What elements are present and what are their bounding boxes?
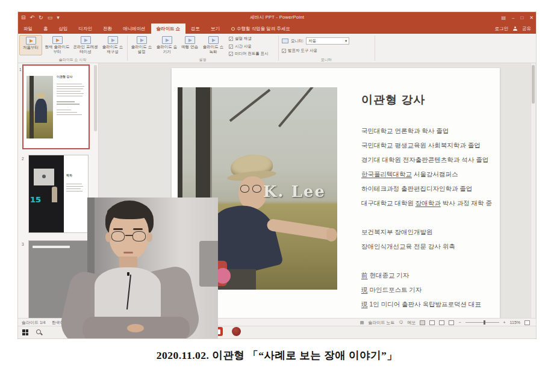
thumb2-text-lines	[66, 182, 84, 191]
thumb2-stage-text: 15	[30, 195, 41, 204]
zoom-out-button[interactable]: −	[458, 320, 461, 325]
from-current-button[interactable]: 현재 슬라이드부터	[43, 35, 71, 55]
editor-scrollbar[interactable]	[531, 63, 535, 318]
tab-design[interactable]: 디자인	[73, 23, 98, 34]
comments-toggle[interactable]: 메모	[407, 320, 416, 326]
restore-icon[interactable]: □	[520, 15, 523, 20]
fit-to-window-button[interactable]	[524, 320, 530, 325]
notes-toggle[interactable]: 슬라이드 노트	[368, 320, 394, 326]
photo-roof-strut	[278, 87, 316, 128]
tab-insert[interactable]: 삽입	[54, 23, 73, 34]
minimize-icon[interactable]: –	[512, 15, 514, 20]
profile-line: 경기대 대학원 전자출판콘텐츠학과 석사 졸업	[361, 152, 495, 167]
slide-canvas[interactable]: K. Lee 이관형 강사 국민대학교 언론학과 학사 졸업 국민대학교 평생교…	[172, 68, 500, 318]
thumb2-speaker	[52, 187, 57, 202]
start-button[interactable]	[22, 329, 28, 335]
notes-icon: ▤	[360, 320, 364, 325]
thumb2-toc-title: 목차	[66, 173, 72, 177]
ribbon-separator	[375, 36, 375, 61]
share-button[interactable]: 공유	[522, 23, 531, 34]
group-label-setup: 설정	[127, 57, 278, 63]
zoom-in-button[interactable]: +	[503, 320, 506, 325]
profile-line: 하이테크과정 출판편집디자인학과 졸업	[361, 181, 495, 196]
tab-transitions[interactable]: 전환	[98, 23, 117, 34]
profile-line: 대구대학교 대학원 장애학과 박사 과정 재학 중	[361, 196, 495, 210]
profile-line: 국민대학교 언론학과 학사 졸업	[361, 123, 495, 138]
tellme-box[interactable]: 수행할 작업을 알려 주세요	[225, 23, 296, 34]
tab-home[interactable]: 홈	[38, 23, 54, 34]
photo-glasses-left	[240, 185, 249, 193]
share-person-icon	[513, 26, 517, 31]
spacer	[361, 254, 495, 268]
slide-title: 이관형 강사	[361, 92, 425, 108]
thumb1-text-lines	[57, 82, 84, 115]
checkbox-checked-icon: ✓	[229, 37, 233, 41]
checkbox-checked-icon: ✓	[229, 52, 233, 56]
photo-glasses-right	[252, 185, 261, 193]
slideshow-view-button[interactable]	[449, 320, 454, 325]
show-media-controls-checkbox[interactable]: ✓ 미디어 컨트롤 표시	[229, 51, 269, 57]
use-timings-checkbox[interactable]: ✓ 시간 사용	[229, 44, 269, 49]
rehearse-timings-button[interactable]: 예행 연습	[180, 35, 199, 55]
presenter-hands	[127, 324, 144, 332]
zoom-slider-thumb[interactable]	[484, 320, 485, 325]
photo-hand	[326, 228, 337, 241]
tab-view[interactable]: 보기	[205, 23, 225, 34]
normal-view-button[interactable]	[420, 320, 425, 325]
thumb2-logo	[42, 175, 46, 178]
tab-slideshow[interactable]: 슬라이드 쇼	[151, 23, 186, 34]
profile-line: 국민대학교 평생교육원 사회복지학과 졸업	[361, 138, 495, 152]
ribbon-tab-bar: 파일 홈 삽입 디자인 전환 애니메이션 슬라이드 쇼 검토 보기 수행할 작업…	[18, 23, 536, 34]
group-label-start: 슬라이드 쇼 시작	[18, 57, 127, 63]
monitor-dropdown[interactable]: 자동 ▾	[306, 37, 349, 45]
thumb1-person	[35, 99, 47, 123]
thumb1-hat	[36, 93, 46, 98]
reading-view-button[interactable]	[439, 320, 444, 325]
comments-icon: 🗨	[399, 320, 403, 325]
zoom-slider[interactable]	[465, 322, 499, 323]
thumbnail-slide-1[interactable]: 이관형 강사	[24, 66, 88, 148]
setup-slideshow-button[interactable]: 슬라이드 쇼 설정	[129, 35, 154, 55]
slideshow-play-icon	[26, 37, 36, 45]
image-caption: 2020.11.02. 이관형 「“사례로 보는 장애 이야기”」	[0, 348, 554, 362]
profile-line: 前 현대종교 기자	[361, 268, 495, 282]
setup-slideshow-icon	[137, 36, 147, 44]
zoom-level[interactable]: 115%	[510, 320, 520, 325]
tab-file[interactable]: 파일	[18, 23, 38, 34]
slide-sorter-view-button[interactable]	[429, 320, 435, 325]
presenter-eyebrow-left	[113, 228, 123, 230]
from-start-button[interactable]: 처음부터	[19, 35, 42, 55]
presenter-eyebrow-right	[133, 228, 143, 230]
search-icon[interactable]	[36, 329, 41, 334]
thumbnail-scrollbar[interactable]	[94, 65, 97, 131]
hide-slide-button[interactable]: 슬라이드 숨기기	[155, 35, 179, 55]
tellme-label: 수행할 작업을 알려 주세요	[237, 23, 290, 34]
profile-text-block: 국민대학교 언론학과 학사 졸업 국민대학교 평생교육원 사회복지학과 졸업 경…	[361, 123, 495, 311]
editor-scrollbar-thumb[interactable]	[532, 65, 535, 104]
thumbnail-number-3: 3	[22, 242, 24, 246]
photo-watermark: K. Lee	[263, 182, 326, 201]
profile-line: 장애인식개선교육 전문 강사 위촉	[361, 239, 495, 254]
tab-animations[interactable]: 애니메이션	[117, 23, 151, 34]
window-title: 세바시 PPT - PowerPoint	[18, 12, 536, 23]
checkbox-checked-icon: ✓	[229, 45, 233, 49]
use-presenter-view-checkbox[interactable]: ✓ 발표자 도구 사용	[282, 48, 317, 54]
ribbon-slideshow-group: 처음부터 현재 슬라이드부터 온라인 프레젠테이션 슬라이드 쇼 재구성 슬라이…	[18, 34, 536, 63]
custom-slideshow-button[interactable]: 슬라이드 쇼 재구성	[100, 35, 125, 55]
thumbnail-number-2: 2	[22, 157, 24, 161]
play-narrations-checkbox[interactable]: ✓ 설명 재생	[229, 36, 269, 42]
ribbon-display-options-icon[interactable]: ▤	[501, 15, 506, 20]
thumb1-title: 이관형 강사	[57, 75, 72, 78]
tab-review[interactable]: 검토	[185, 23, 205, 34]
taskbar-app-red-icon[interactable]	[232, 327, 241, 336]
checkbox-checked-icon: ✓	[282, 49, 286, 53]
present-online-button[interactable]: 온라인 프레젠테이션	[72, 35, 99, 55]
record-slideshow-icon	[208, 36, 219, 44]
close-icon[interactable]: ✕	[529, 15, 534, 20]
record-slideshow-button[interactable]: 슬라이드 쇼 녹화	[201, 35, 226, 55]
profile-line: 現 1인 미디어 출판사 옥탑방프로덕션 대표	[361, 297, 495, 311]
presenter-mouth	[123, 252, 133, 254]
monitor-icon	[282, 39, 288, 43]
signin-button[interactable]: 로그인	[495, 23, 509, 34]
rehearse-icon	[185, 36, 195, 44]
